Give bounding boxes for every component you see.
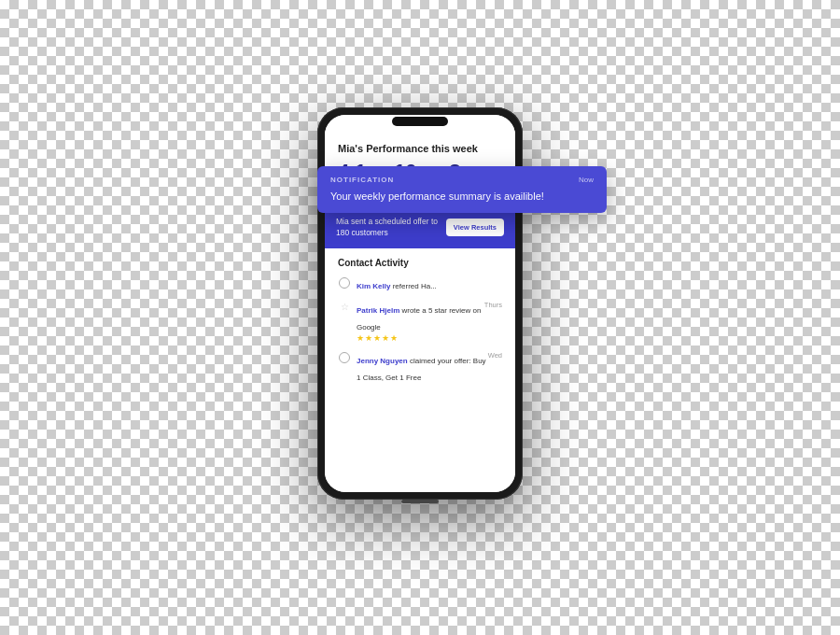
activity-title: Contact Activity [338,258,502,268]
kim-kelly-link[interactable]: Kim Kelly [357,282,390,290]
star-rating: ★★★★★ [357,333,484,343]
view-results-button[interactable]: View Results [446,219,504,236]
banner-text: Mia sent a scheduled offer to 180 custom… [336,217,439,239]
star-icon-patrik: ☆ [338,301,351,314]
activity-time-jenny: Wed [488,350,502,360]
notification-message: Your weekly performance summary is avail… [330,190,594,204]
notification-header: NOTIFICATION Now [330,176,594,184]
activity-text-jenny: Jenny Nguyen claimed your offer: Buy 1 C… [357,357,486,382]
activity-item-kim: Kim Kelly referred Ha... [338,275,502,292]
phone-notch [392,117,448,126]
patrik-link[interactable]: Patrik Hjelm [357,306,399,315]
activity-content-patrik: Patrik Hjelm wrote a 5 star review on Go… [357,300,484,343]
notification-popup: NOTIFICATION Now Your weekly performance… [317,166,607,213]
activity-text-patrik: Patrik Hjelm wrote a 5 star review on Go… [357,306,481,332]
activity-text-kim: Kim Kelly referred Ha... [357,282,437,290]
activity-content-jenny: Jenny Nguyen claimed your offer: Buy 1 C… [357,350,488,384]
notification-label: NOTIFICATION [330,176,394,184]
circle-icon-jenny [338,351,351,364]
activity-content-kim: Kim Kelly referred Ha... [357,275,502,292]
phone-home-button[interactable] [401,500,439,503]
activity-item-jenny: Jenny Nguyen claimed your offer: Buy 1 C… [338,350,502,384]
notification-time: Now [579,176,594,184]
activity-item-patrik: ☆ Patrik Hjelm wrote a 5 star review on … [338,300,502,343]
offer-banner: Mia sent a scheduled offer to 180 custom… [325,207,515,248]
activity-time-patrik: Thurs [484,300,502,309]
jenny-link[interactable]: Jenny Nguyen [357,357,408,365]
person-icon-kim [338,276,351,289]
performance-title: Mia's Performance this week [338,143,502,154]
contact-activity-section: Contact Activity Kim Kelly referred Ha..… [325,248,515,401]
